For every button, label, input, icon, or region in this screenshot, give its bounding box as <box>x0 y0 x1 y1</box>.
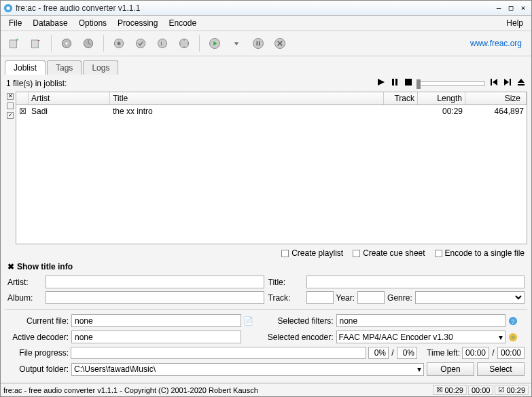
output-folder-dropdown[interactable]: C:\Users\fawad\Music\▾ <box>71 363 424 376</box>
svg-text:+: + <box>16 37 19 43</box>
svg-point-35 <box>511 335 514 339</box>
config-button[interactable] <box>131 34 150 53</box>
svg-rect-23 <box>392 79 394 86</box>
svg-point-10 <box>118 42 121 45</box>
menu-processing[interactable]: Processing <box>112 17 163 29</box>
titlebar: fre:ac - free audio converter v1.1.1 — □… <box>1 1 531 16</box>
menu-options[interactable]: Options <box>73 17 112 29</box>
encode-dropdown-button[interactable] <box>227 34 246 53</box>
svg-marker-22 <box>378 79 385 86</box>
svg-marker-27 <box>493 79 497 86</box>
svg-marker-30 <box>518 79 525 83</box>
gear-icon[interactable] <box>175 34 194 53</box>
next-track-icon[interactable] <box>503 77 512 89</box>
open-button[interactable]: Open <box>427 362 474 376</box>
stop-encode-button[interactable] <box>270 34 289 53</box>
settings-button[interactable] <box>109 34 128 53</box>
artist-input[interactable] <box>46 276 264 288</box>
statusbar: fre:ac - free audio converter v1.1.1 - C… <box>1 383 531 396</box>
svg-point-18 <box>253 39 264 49</box>
table-row[interactable]: ☒ Sadi the xx intro 00:29 464,897 <box>16 105 527 117</box>
minimize-button[interactable]: — <box>493 3 504 12</box>
create-cuesheet-checkbox[interactable]: Create cue sheet <box>353 248 425 258</box>
cddb-button[interactable] <box>57 34 76 53</box>
submit-cddb-button[interactable] <box>79 34 98 53</box>
svg-rect-19 <box>257 41 258 46</box>
active-decoder: none <box>71 330 241 343</box>
svg-rect-25 <box>405 79 412 86</box>
file-progress-bar <box>71 347 366 359</box>
window-title: fre:ac - free audio converter v1.1.1 <box>16 3 493 13</box>
chevron-down-icon: ▾ <box>499 333 503 342</box>
year-input[interactable] <box>357 291 385 304</box>
website-link[interactable]: www.freac.org <box>470 39 527 48</box>
col-title[interactable]: Title <box>110 92 384 105</box>
menu-database[interactable]: Database <box>27 17 73 29</box>
menu-help[interactable]: Help <box>501 17 529 29</box>
pause-icon[interactable] <box>390 77 400 89</box>
toolbar: + − i www.freac.org <box>1 31 531 56</box>
select-button[interactable]: Select <box>477 362 525 376</box>
col-artist[interactable]: Artist <box>29 92 110 105</box>
track-label: Track: <box>268 293 302 303</box>
stop-icon[interactable] <box>404 77 413 89</box>
maximize-button[interactable]: □ <box>506 3 516 12</box>
encode-single-checkbox[interactable]: Encode to a single file <box>435 248 525 258</box>
time-left-1: 00:00 <box>462 347 489 359</box>
tab-tags[interactable]: Tags <box>47 60 82 75</box>
create-playlist-checkbox[interactable]: Create playlist <box>281 248 343 258</box>
start-encode-button[interactable] <box>205 34 224 53</box>
svg-text:?: ? <box>511 318 514 324</box>
artist-label: Artist: <box>7 278 41 287</box>
eject-icon[interactable] <box>516 77 526 89</box>
svg-marker-17 <box>234 42 239 45</box>
col-track[interactable]: Track <box>384 92 418 105</box>
svg-rect-31 <box>518 84 525 86</box>
add-files-button[interactable]: + <box>5 34 24 53</box>
svg-rect-24 <box>395 79 397 86</box>
joblist-table: Artist Title Track Length Size ☒ Sadi th… <box>16 92 527 244</box>
collapse-icon: ✖ <box>7 262 14 271</box>
current-file: none <box>71 314 241 327</box>
svg-point-1 <box>6 6 10 10</box>
svg-rect-20 <box>259 41 260 46</box>
tab-joblist[interactable]: Joblist <box>5 60 46 75</box>
joblist-count: 1 file(s) in joblist: <box>6 79 371 88</box>
status-time-2: 00:00 <box>468 385 494 395</box>
prev-track-icon[interactable] <box>489 77 499 89</box>
show-title-info-toggle[interactable]: ✖ Show title info <box>5 259 527 274</box>
remove-file-button[interactable]: − <box>26 34 46 53</box>
selected-encoder-dropdown[interactable]: FAAC MP4/AAC Encoder v1.30▾ <box>336 330 506 343</box>
row-checkboxes[interactable]: ✕✓ <box>5 92 16 244</box>
time-left-2: 00:00 <box>497 347 525 359</box>
tab-logs[interactable]: Logs <box>83 60 118 75</box>
menu-file[interactable]: File <box>3 17 27 29</box>
chevron-down-icon: ▾ <box>417 364 421 374</box>
pause-encode-button[interactable] <box>249 34 268 53</box>
svg-point-12 <box>158 39 166 48</box>
col-size[interactable]: Size <box>465 92 527 105</box>
svg-text:−: − <box>37 37 41 43</box>
selected-filters: none <box>336 314 506 327</box>
file-icon: 📄 <box>244 316 253 326</box>
svg-rect-26 <box>491 79 492 86</box>
track-input[interactable] <box>306 291 334 304</box>
genre-select[interactable] <box>415 291 525 304</box>
help-icon[interactable]: ? <box>508 316 518 326</box>
svg-marker-28 <box>504 79 509 86</box>
album-label: Album: <box>7 293 41 303</box>
encoder-settings-icon[interactable] <box>508 333 518 342</box>
progress-percent-2: 0% <box>397 347 417 359</box>
svg-rect-29 <box>510 79 511 86</box>
svg-text:i: i <box>161 40 162 47</box>
play-icon[interactable] <box>376 77 386 89</box>
seek-slider[interactable] <box>417 81 485 86</box>
app-icon <box>3 3 13 13</box>
progress-percent-1: 0% <box>368 347 389 359</box>
close-button[interactable]: ✕ <box>518 3 529 12</box>
col-length[interactable]: Length <box>418 92 465 105</box>
title-input[interactable] <box>306 276 525 288</box>
menu-encode[interactable]: Encode <box>163 17 202 29</box>
about-button[interactable]: i <box>153 34 172 53</box>
album-input[interactable] <box>46 291 264 304</box>
